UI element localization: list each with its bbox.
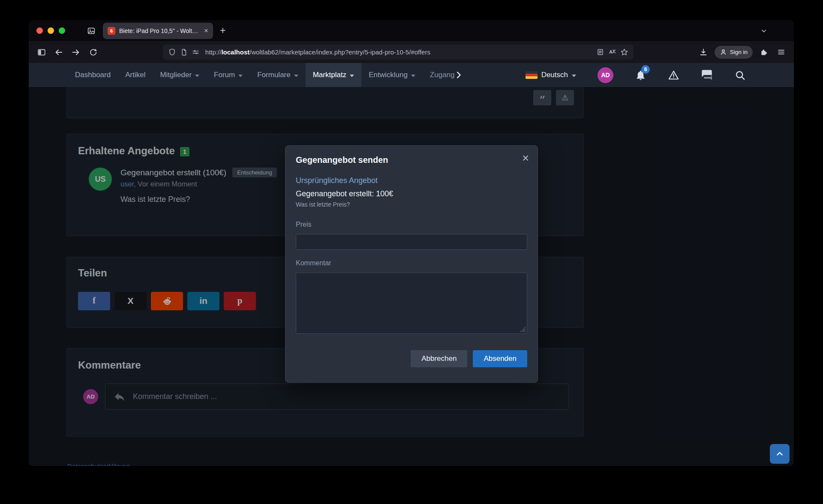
nav-item-artikel[interactable]: Artikel: [118, 63, 153, 87]
nav-item-formulare[interactable]: Formulare: [250, 63, 305, 87]
price-input[interactable]: [296, 234, 527, 250]
nav-right-cluster: Deutsch AD 6: [526, 67, 746, 83]
original-offer-note: Was ist letzte Preis?: [296, 201, 527, 208]
downloads-button[interactable]: [696, 45, 711, 60]
minimize-window-button[interactable]: [48, 27, 54, 34]
chevron-down-icon: [411, 75, 415, 77]
original-offer-text: Gegenangebot erstellt: 100€: [296, 189, 527, 198]
tab-title: Biete: iPad Pro 10,5'' - WoltLab: [119, 27, 200, 34]
dialog-title: Gegenangebot senden: [296, 155, 527, 165]
puzzle-icon: [760, 48, 769, 57]
warning-triangle-icon: [668, 69, 679, 81]
permissions-icon[interactable]: [192, 48, 200, 56]
nav-item-dashboard[interactable]: Dashboard: [68, 63, 118, 87]
chevron-down-icon: [760, 27, 768, 35]
close-window-button[interactable]: [36, 27, 43, 34]
bookmark-star-icon[interactable]: [620, 48, 628, 56]
url-scheme: http://: [205, 48, 222, 56]
page-content: “ ⚠ Erhaltene Angebote 1 US Gegenangebot…: [29, 87, 794, 466]
list-all-tabs-button[interactable]: [760, 27, 768, 35]
app-menu-button[interactable]: [773, 45, 789, 60]
search-icon: [734, 69, 746, 81]
dialog-close-button[interactable]: ×: [522, 153, 529, 164]
counter-offer-dialog: Gegenangebot senden × Ursprüngliches Ang…: [285, 145, 538, 383]
nav-label: Entwicklung: [369, 71, 408, 79]
messages-button[interactable]: [701, 69, 713, 81]
nav-label: Marktplatz: [313, 71, 346, 79]
chevron-up-icon: [775, 449, 784, 459]
original-offer-heading: Ursprüngliches Angebot: [296, 176, 527, 185]
chevron-down-icon: [238, 75, 243, 77]
nav-item-zugang[interactable]: Zugang: [423, 63, 457, 87]
browser-tab[interactable]: 6 Biete: iPad Pro 10,5'' - WoltLab ×: [103, 23, 213, 39]
translate-icon[interactable]: A: [608, 48, 616, 56]
url-bar[interactable]: http://localhost/woltlab62/marketplace/i…: [163, 45, 634, 60]
nav-label: Formulare: [257, 71, 290, 79]
price-label: Preis: [296, 221, 527, 228]
url-path: /woltlab62/marketplace/index.php?entry/5…: [249, 48, 430, 56]
sidebar-toggle-button[interactable]: [34, 45, 49, 60]
notification-badge: 6: [641, 65, 650, 74]
comment-label: Kommentar: [296, 259, 527, 267]
extensions-button[interactable]: [756, 45, 772, 60]
submit-button[interactable]: Absenden: [473, 350, 527, 367]
nav-label: Artikel: [125, 71, 145, 79]
firefox-view-button[interactable]: [87, 26, 96, 36]
nav-item-entwicklung[interactable]: Entwicklung: [361, 63, 423, 87]
tab-favicon: 6: [108, 27, 115, 35]
german-flag-icon: [526, 71, 538, 79]
reload-button[interactable]: [85, 45, 101, 60]
url-text[interactable]: http://localhost/woltlab62/marketplace/i…: [205, 48, 592, 56]
user-avatar[interactable]: AD: [598, 67, 613, 83]
scroll-top-button[interactable]: [770, 444, 790, 464]
search-button[interactable]: [734, 69, 746, 81]
zoom-window-button[interactable]: [59, 27, 65, 34]
sign-in-label: Sign in: [730, 49, 748, 55]
sign-in-button[interactable]: Sign in: [715, 46, 753, 59]
language-selector[interactable]: Deutsch: [526, 71, 576, 79]
chevron-down-icon: [294, 75, 298, 77]
nav-label: Mitglieder: [160, 71, 192, 79]
svg-text:A: A: [609, 49, 613, 54]
nav-label: Forum: [214, 71, 235, 79]
browser-window: 6 Biete: iPad Pro 10,5'' - WoltLab × +: [29, 20, 794, 466]
reader-view-icon[interactable]: [596, 48, 604, 56]
sidebar-icon: [37, 48, 46, 57]
chevron-down-icon: [572, 75, 576, 77]
browser-toolbar: http://localhost/woltlab62/marketplace/i…: [29, 41, 794, 63]
back-arrow-icon: [54, 48, 63, 57]
url-host: localhost: [221, 48, 249, 56]
nav-label: Dashboard: [75, 71, 111, 79]
nav-label: Zugang: [430, 71, 455, 79]
tab-bar: 6 Biete: iPad Pro 10,5'' - WoltLab × +: [29, 20, 794, 41]
forward-button[interactable]: [68, 45, 84, 60]
traffic-lights: [36, 27, 65, 34]
back-button[interactable]: [51, 45, 66, 60]
site-nav: Dashboard Artikel Mitglieder Forum Formu…: [29, 63, 794, 87]
nav-item-marktplatz[interactable]: Marktplatz: [306, 63, 361, 87]
forward-arrow-icon: [71, 48, 81, 57]
reload-icon: [89, 48, 98, 57]
moderation-button[interactable]: [668, 69, 679, 81]
chevron-down-icon: [350, 75, 354, 77]
download-icon: [699, 48, 708, 57]
cancel-button[interactable]: Abbrechen: [411, 350, 467, 367]
person-icon: [720, 48, 727, 56]
language-label: Deutsch: [541, 71, 568, 79]
chevron-down-icon: [195, 75, 199, 77]
tracking-shield-icon[interactable]: [168, 48, 176, 56]
nav-item-mitglieder[interactable]: Mitglieder: [153, 63, 207, 87]
notifications-button[interactable]: 6: [635, 69, 646, 81]
page-info-icon[interactable]: [180, 48, 188, 56]
new-tab-button[interactable]: +: [220, 26, 225, 36]
nav-item-forum[interactable]: Forum: [207, 63, 250, 87]
hamburger-icon: [777, 48, 786, 57]
firefox-view-icon: [87, 26, 96, 36]
comment-textarea[interactable]: [296, 273, 527, 334]
chat-bubbles-icon: [701, 69, 713, 81]
tab-close-icon[interactable]: ×: [204, 27, 208, 34]
